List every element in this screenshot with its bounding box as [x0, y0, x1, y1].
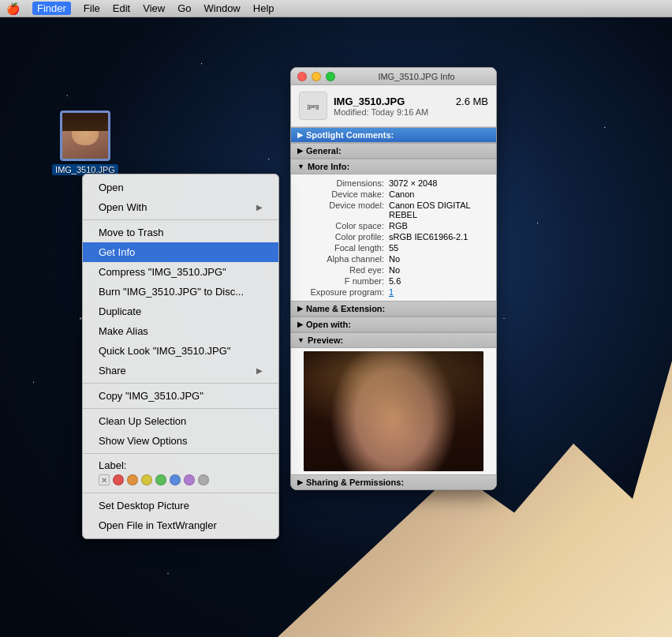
minimize-button[interactable]	[312, 72, 321, 81]
focal-length-value: 55	[384, 243, 488, 253]
menu-item-open-textwrangler[interactable]: Open File in TextWrangler	[83, 515, 278, 535]
menubar-finder[interactable]: Finder	[32, 2, 71, 15]
thumbnail-image	[62, 113, 108, 159]
expand-triangle-openwith-icon: ▶	[297, 320, 303, 328]
svg-point-2	[359, 355, 428, 434]
menu-item-share[interactable]: Share ▶	[83, 361, 278, 380]
svg-point-4	[380, 407, 388, 412]
expand-triangle-preview-icon: ▼	[297, 336, 304, 344]
menu-item-open-with[interactable]: Open With ▶	[83, 197, 278, 217]
collapse-triangle-general-icon: ▶	[297, 147, 303, 155]
info-row-color-profile: Color profile: sRGB IEC61966-2.1	[299, 231, 488, 242]
section-preview[interactable]: ▼ Preview:	[291, 332, 496, 348]
device-model-label: Device model:	[299, 200, 384, 219]
more-info-body: Dimensions: 3072 × 2048 Device make: Can…	[291, 174, 496, 301]
label-gray[interactable]	[198, 474, 209, 485]
label-orange[interactable]	[127, 474, 138, 485]
expand-triangle-moreinfo-icon: ▼	[297, 163, 304, 170]
section-preview-label: Preview:	[308, 335, 343, 345]
menubar-edit[interactable]: Edit	[113, 2, 130, 14]
info-row-color-space: Color space: RGB	[299, 220, 488, 231]
focal-length-label: Focal length:	[299, 243, 384, 253]
desktop-icon-img3510[interactable]: IMG_3510.JPG	[54, 111, 117, 175]
device-make-label: Device make:	[299, 189, 384, 199]
menu-item-duplicate[interactable]: Duplicate	[83, 302, 278, 321]
section-general[interactable]: ▶ General:	[291, 143, 496, 159]
menu-label-section: Label: ✕	[83, 456, 278, 490]
desktop: 🍎 Finder File Edit View Go Window Help I…	[0, 0, 672, 637]
filesize: 2.6 MB	[456, 96, 488, 107]
menu-item-copy[interactable]: Copy "IMG_3510.JPG"	[83, 386, 278, 406]
section-general-label: General:	[306, 146, 342, 156]
file-details: IMG_3510.JPG 2.6 MB Modified: Today 9:16…	[334, 96, 488, 117]
section-open-with-label: Open with:	[306, 320, 351, 329]
color-space-label: Color space:	[299, 221, 384, 230]
file-icon-thumbnail	[60, 111, 110, 161]
label-blue[interactable]	[170, 474, 181, 485]
label-yellow[interactable]	[141, 474, 152, 485]
menu-item-show-view-options[interactable]: Show View Options	[83, 431, 278, 451]
label-purple[interactable]	[184, 474, 195, 485]
filename: IMG_3510.JPG	[334, 96, 405, 107]
menu-item-move-to-trash[interactable]: Move to Trash	[83, 223, 278, 242]
device-model-value: Canon EOS DIGITAL REBEL	[384, 200, 488, 219]
red-eye-value: No	[384, 265, 488, 275]
info-row-device-make: Device make: Canon	[299, 189, 488, 200]
menu-item-get-info[interactable]: Get Info	[83, 242, 278, 262]
dimensions-label: Dimensions:	[299, 178, 384, 188]
f-number-value: 5.6	[384, 276, 488, 286]
color-profile-value: sRGB IEC61966-2.1	[384, 232, 488, 242]
menubar-help[interactable]: Help	[253, 2, 274, 14]
menu-item-clean-up[interactable]: Clean Up Selection	[83, 411, 278, 431]
zoom-button[interactable]	[326, 72, 335, 81]
preview-body	[291, 348, 496, 474]
exposure-value[interactable]: 1	[384, 287, 488, 297]
menubar-file[interactable]: File	[84, 2, 100, 14]
menu-item-set-desktop[interactable]: Set Desktop Picture	[83, 496, 278, 515]
menubar-view[interactable]: View	[143, 2, 165, 14]
section-open-with[interactable]: ▶ Open with:	[291, 317, 496, 332]
section-spotlight[interactable]: ▶ Spotlight Comments:	[291, 127, 496, 143]
label-green[interactable]	[155, 474, 166, 485]
color-space-value: RGB	[384, 221, 488, 230]
menu-item-quick-look[interactable]: Quick Look "IMG_3510.JPG"	[83, 341, 278, 361]
label-red[interactable]	[113, 474, 124, 485]
info-row-dimensions: Dimensions: 3072 × 2048	[299, 178, 488, 189]
menu-item-burn[interactable]: Burn "IMG_3510.JPG" to Disc...	[83, 282, 278, 302]
device-make-value: Canon	[384, 189, 488, 199]
menu-separator-1	[83, 219, 278, 220]
info-window: IMG_3510.JPG Info jpeg IMG_3510.JPG 2.6 …	[290, 67, 497, 490]
info-row-red-eye: Red eye: No	[299, 264, 488, 275]
info-row-f-number: F number: 5.6	[299, 275, 488, 287]
dimensions-value: 3072 × 2048	[384, 178, 488, 188]
info-row-focal-length: Focal length: 55	[299, 242, 488, 253]
collapse-triangle-icon: ▶	[297, 131, 303, 139]
svg-point-9	[360, 359, 427, 403]
svg-rect-7	[383, 438, 405, 462]
svg-point-5	[399, 407, 407, 412]
section-sharing[interactable]: ▶ Sharing & Permissions:	[291, 474, 496, 489]
f-number-label: F number:	[299, 276, 384, 286]
context-menu: Open Open With ▶ Move to Trash Get Info …	[82, 174, 279, 539]
svg-point-6	[391, 417, 396, 420]
info-window-content: jpeg IMG_3510.JPG 2.6 MB Modified: Today…	[291, 85, 496, 489]
section-name-extension-label: Name & Extension:	[306, 304, 385, 313]
menubar-go[interactable]: Go	[177, 2, 191, 14]
label-none[interactable]: ✕	[99, 474, 110, 485]
apple-menu[interactable]: 🍎	[6, 2, 20, 15]
menu-separator-2	[83, 383, 278, 384]
section-more-info-label: More Info:	[308, 162, 349, 171]
window-titlebar: IMG_3510.JPG Info	[291, 68, 496, 85]
window-title: IMG_3510.JPG Info	[343, 72, 490, 81]
section-name-extension[interactable]: ▶ Name & Extension:	[291, 301, 496, 317]
menubar-window[interactable]: Window	[204, 2, 241, 14]
modified-date: Modified: Today 9:16 AM	[334, 107, 488, 117]
info-file-header: jpeg IMG_3510.JPG 2.6 MB Modified: Today…	[291, 85, 496, 127]
section-more-info[interactable]: ▼ More Info:	[291, 159, 496, 174]
label-colors[interactable]: ✕	[99, 474, 263, 485]
menu-item-make-alias[interactable]: Make Alias	[83, 321, 278, 341]
close-button[interactable]	[297, 72, 307, 81]
menu-item-open[interactable]: Open	[83, 178, 278, 197]
info-row-exposure: Exposure program: 1	[299, 287, 488, 298]
menu-item-compress[interactable]: Compress "IMG_3510.JPG"	[83, 262, 278, 282]
